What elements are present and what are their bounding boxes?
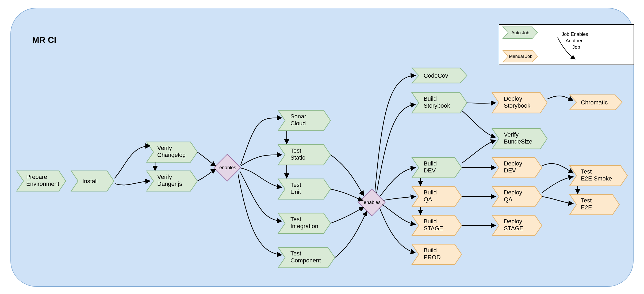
- node-build-stage: Build STAGE: [412, 215, 462, 236]
- svg-text:Test: Test: [290, 216, 301, 223]
- svg-text:PROD: PROD: [424, 254, 441, 261]
- diagram-canvas: MR CI Auto Job Manual Job Job Enables An…: [0, 0, 644, 294]
- node-build-prod: Build PROD: [412, 244, 462, 265]
- node-test-component: Test Component: [278, 247, 335, 268]
- svg-text:Job Enables: Job Enables: [562, 32, 588, 37]
- node-codecov: CodeCov: [412, 68, 467, 83]
- node-test-e2e: Test E2E: [570, 194, 619, 215]
- svg-text:STAGE: STAGE: [424, 225, 443, 232]
- svg-text:Chromatic: Chromatic: [581, 99, 608, 106]
- svg-text:DEV: DEV: [424, 167, 436, 174]
- svg-text:E2E: E2E: [581, 204, 592, 211]
- node-test-e2e-smoke: Test E2E Smoke: [570, 165, 627, 186]
- node-deploy-dev: Deploy DEV: [492, 157, 542, 178]
- svg-text:Deploy: Deploy: [504, 160, 522, 167]
- svg-text:Static: Static: [290, 154, 305, 161]
- svg-text:Danger.js: Danger.js: [157, 180, 182, 187]
- svg-text:Verify: Verify: [157, 145, 172, 151]
- svg-text:Auto Job: Auto Job: [511, 30, 529, 35]
- node-verify-bundlesize: Verify BundeSize: [492, 129, 547, 149]
- svg-text:QA: QA: [424, 196, 432, 203]
- svg-text:Environment: Environment: [26, 180, 59, 187]
- svg-text:Component: Component: [290, 257, 321, 264]
- svg-text:Another: Another: [566, 38, 582, 43]
- node-build-storybook: Build Storybook: [412, 93, 467, 113]
- svg-text:Cloud: Cloud: [290, 120, 306, 127]
- svg-text:QA: QA: [504, 196, 512, 203]
- node-chromatic: Chromatic: [570, 95, 622, 110]
- svg-text:enables: enables: [219, 165, 236, 170]
- svg-text:Test: Test: [290, 182, 301, 188]
- svg-text:Sonar: Sonar: [290, 113, 306, 120]
- svg-text:Build: Build: [424, 189, 437, 196]
- svg-text:Prepare: Prepare: [26, 174, 47, 180]
- node-test-static: Test Static: [278, 145, 331, 165]
- svg-text:Verify: Verify: [504, 131, 519, 138]
- node-prepare-environment: Prepare Environment: [17, 171, 66, 191]
- svg-text:Test: Test: [290, 250, 301, 257]
- node-build-qa: Build QA: [412, 186, 462, 207]
- node-verify-danger: Verify Danger.js: [147, 171, 197, 191]
- svg-text:enables: enables: [364, 200, 381, 205]
- svg-text:Test: Test: [581, 197, 592, 204]
- diagram-title: MR CI: [32, 35, 56, 45]
- svg-text:Test: Test: [290, 147, 301, 154]
- svg-text:Changelog: Changelog: [157, 152, 186, 158]
- svg-text:CodeCov: CodeCov: [424, 72, 448, 79]
- svg-text:BundeSize: BundeSize: [504, 138, 532, 145]
- svg-text:Test: Test: [581, 168, 592, 175]
- svg-text:Build: Build: [424, 95, 437, 102]
- node-test-unit: Test Unit: [278, 179, 331, 199]
- node-verify-changelog: Verify Changelog: [147, 142, 197, 162]
- legend-manual-chevron: Manual Job: [503, 50, 538, 62]
- svg-text:Deploy: Deploy: [504, 189, 522, 196]
- svg-text:Verify: Verify: [157, 174, 172, 180]
- svg-text:DEV: DEV: [504, 167, 516, 174]
- svg-text:Build: Build: [424, 218, 437, 225]
- legend-auto-chevron: Auto Job: [503, 27, 538, 39]
- node-test-integration: Test Integration: [278, 213, 331, 233]
- svg-text:Unit: Unit: [290, 189, 301, 195]
- svg-text:Manual Job: Manual Job: [509, 54, 532, 59]
- svg-text:Install: Install: [82, 178, 98, 184]
- legend: Auto Job Manual Job Job Enables Another …: [499, 25, 634, 65]
- node-deploy-qa: Deploy QA: [492, 186, 542, 207]
- svg-text:Deploy: Deploy: [504, 218, 522, 225]
- svg-text:Storybook: Storybook: [504, 102, 531, 109]
- svg-text:Job: Job: [572, 44, 580, 50]
- node-build-dev: Build DEV: [412, 157, 462, 178]
- svg-text:STAGE: STAGE: [504, 225, 523, 232]
- svg-text:Build: Build: [424, 160, 437, 167]
- svg-text:E2E Smoke: E2E Smoke: [581, 175, 612, 182]
- node-deploy-stage: Deploy STAGE: [492, 215, 542, 236]
- svg-text:Deploy: Deploy: [504, 95, 522, 102]
- svg-text:Integration: Integration: [290, 223, 318, 229]
- svg-text:Build: Build: [424, 247, 437, 254]
- svg-text:Storybook: Storybook: [424, 102, 450, 109]
- node-deploy-storybook: Deploy Storybook: [492, 93, 547, 113]
- node-sonar-cloud: Sonar Cloud: [278, 110, 331, 131]
